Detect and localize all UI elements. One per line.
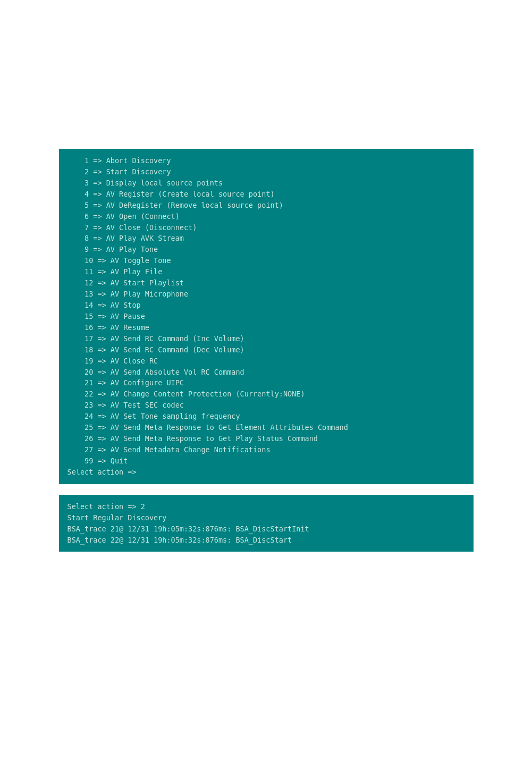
terminal-menu-text: 1 => Abort Discovery 2 => Start Discover…: [67, 155, 465, 478]
terminal-output-text: Select action => 2 Start Regular Discove…: [67, 501, 465, 546]
terminal-output: Select action => 2 Start Regular Discove…: [59, 495, 474, 552]
terminal-menu: 1 => Abort Discovery 2 => Start Discover…: [59, 149, 474, 484]
